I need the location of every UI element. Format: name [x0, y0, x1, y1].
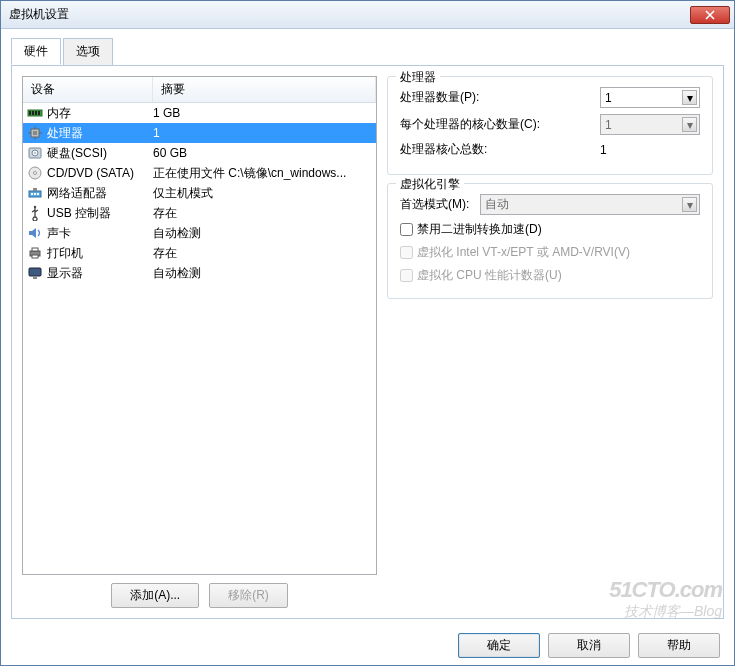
cpu-perf-label: 虚拟化 CPU 性能计数器(U) [417, 267, 562, 284]
device-summary: 自动检测 [153, 225, 376, 242]
svg-rect-24 [32, 255, 38, 258]
processor-count-label: 处理器数量(P): [400, 89, 600, 106]
tab-hardware[interactable]: 硬件 [11, 38, 61, 65]
vt-row: 虚拟化 Intel VT-x/EPT 或 AMD-V/RVI(V) [400, 244, 700, 261]
add-button[interactable]: 添加(A)... [111, 583, 199, 608]
device-name: 硬盘(SCSI) [47, 145, 153, 162]
vt-checkbox [400, 246, 413, 259]
device-name: 内存 [47, 105, 153, 122]
cpu-perf-row: 虚拟化 CPU 性能计数器(U) [400, 267, 700, 284]
device-row-cpu[interactable]: 处理器1 [23, 123, 376, 143]
svg-rect-26 [33, 277, 37, 279]
device-summary: 自动检测 [153, 265, 376, 282]
device-row-disk[interactable]: 硬盘(SCSI)60 GB [23, 143, 376, 163]
device-summary: 1 [153, 126, 376, 140]
titlebar: 虚拟机设置 [1, 1, 734, 29]
device-row-printer[interactable]: 打印机存在 [23, 243, 376, 263]
device-summary: 存在 [153, 205, 376, 222]
svg-rect-4 [38, 111, 40, 115]
svg-rect-23 [32, 248, 38, 251]
device-buttons: 添加(A)... 移除(R) [22, 575, 377, 608]
dialog-footer: 确定 取消 帮助 [1, 625, 734, 665]
hardware-right-panel: 处理器 处理器数量(P): 1 ▾ 每个处理器的核心数量(C): [387, 76, 713, 608]
svg-point-15 [34, 172, 37, 175]
device-name: CD/DVD (SATA) [47, 166, 153, 180]
device-name: USB 控制器 [47, 205, 153, 222]
cpu-perf-checkbox [400, 269, 413, 282]
svg-rect-18 [34, 193, 36, 195]
device-row-memory[interactable]: 内存1 GB [23, 103, 376, 123]
device-row-display[interactable]: 显示器自动检测 [23, 263, 376, 283]
disk-icon [23, 145, 47, 161]
processor-count-select[interactable]: 1 ▾ [600, 87, 700, 108]
processor-group: 处理器 处理器数量(P): 1 ▾ 每个处理器的核心数量(C): [387, 76, 713, 175]
ok-button[interactable]: 确定 [458, 633, 540, 658]
svg-rect-2 [32, 111, 34, 115]
device-list-header: 设备 摘要 [23, 77, 376, 103]
svg-rect-17 [31, 193, 33, 195]
tab-body: 设备 摘要 内存1 GB处理器1硬盘(SCSI)60 GBCD/DVD (SAT… [11, 65, 724, 619]
device-summary: 1 GB [153, 106, 376, 120]
hardware-left-panel: 设备 摘要 内存1 GB处理器1硬盘(SCSI)60 GBCD/DVD (SAT… [22, 76, 377, 608]
processor-count-value: 1 [605, 91, 612, 105]
device-name: 网络适配器 [47, 185, 153, 202]
tab-options[interactable]: 选项 [63, 38, 113, 65]
memory-icon [23, 105, 47, 121]
svg-rect-19 [37, 193, 39, 195]
device-summary: 正在使用文件 C:\镜像\cn_windows... [153, 165, 376, 182]
tab-bar: 硬件 选项 [11, 38, 724, 66]
col-header-summary[interactable]: 摘要 [153, 77, 376, 102]
cancel-button[interactable]: 取消 [548, 633, 630, 658]
cd-icon [23, 165, 47, 181]
cores-per-processor-label: 每个处理器的核心数量(C): [400, 116, 600, 133]
chevron-down-icon: ▾ [682, 90, 697, 105]
preferred-mode-label: 首选模式(M): [400, 196, 480, 213]
svg-point-21 [34, 206, 36, 208]
chevron-down-icon: ▾ [682, 117, 697, 132]
close-button[interactable] [690, 6, 730, 24]
help-button[interactable]: 帮助 [638, 633, 720, 658]
cpu-icon [23, 125, 47, 141]
printer-icon [23, 245, 47, 261]
device-row-usb[interactable]: USB 控制器存在 [23, 203, 376, 223]
window-title: 虚拟机设置 [9, 6, 69, 23]
svg-point-13 [34, 152, 36, 154]
display-icon [23, 265, 47, 281]
disable-accel-row[interactable]: 禁用二进制转换加速(D) [400, 221, 700, 238]
nic-icon [23, 185, 47, 201]
device-name: 声卡 [47, 225, 153, 242]
svg-rect-1 [29, 111, 31, 115]
disable-accel-checkbox[interactable] [400, 223, 413, 236]
usb-icon [23, 205, 47, 221]
svg-rect-3 [35, 111, 37, 115]
device-row-cd[interactable]: CD/DVD (SATA)正在使用文件 C:\镜像\cn_windows... [23, 163, 376, 183]
svg-rect-20 [33, 188, 37, 191]
device-summary: 仅主机模式 [153, 185, 376, 202]
svg-rect-6 [33, 131, 37, 135]
total-cores-label: 处理器核心总数: [400, 141, 600, 158]
device-summary: 存在 [153, 245, 376, 262]
col-header-device[interactable]: 设备 [23, 77, 153, 102]
chevron-down-icon: ▾ [682, 197, 697, 212]
cores-per-processor-select[interactable]: 1 ▾ [600, 114, 700, 135]
preferred-mode-select[interactable]: 自动 ▾ [480, 194, 700, 215]
svg-rect-25 [29, 268, 41, 276]
virtualization-group-title: 虚拟化引擎 [396, 176, 464, 193]
sound-icon [23, 225, 47, 241]
total-cores-value: 1 [600, 143, 700, 157]
device-summary: 60 GB [153, 146, 376, 160]
device-list: 设备 摘要 内存1 GB处理器1硬盘(SCSI)60 GBCD/DVD (SAT… [22, 76, 377, 575]
device-name: 打印机 [47, 245, 153, 262]
device-row-nic[interactable]: 网络适配器仅主机模式 [23, 183, 376, 203]
disable-accel-label: 禁用二进制转换加速(D) [417, 221, 542, 238]
cores-per-processor-value: 1 [605, 118, 612, 132]
content-area: 硬件 选项 设备 摘要 内存1 GB处理器1硬盘(SCSI)60 GBCD/DV… [1, 29, 734, 625]
device-row-sound[interactable]: 声卡自动检测 [23, 223, 376, 243]
vt-label: 虚拟化 Intel VT-x/EPT 或 AMD-V/RVI(V) [417, 244, 630, 261]
virtualization-group: 虚拟化引擎 首选模式(M): 自动 ▾ 禁用二进制转换加速(D) [387, 183, 713, 299]
device-name: 处理器 [47, 125, 153, 142]
processor-group-title: 处理器 [396, 69, 440, 86]
close-icon [705, 10, 715, 20]
remove-button[interactable]: 移除(R) [209, 583, 288, 608]
dialog-window: 虚拟机设置 硬件 选项 设备 摘要 内存1 GB处理器1硬盘(SCSI)60 G… [0, 0, 735, 666]
